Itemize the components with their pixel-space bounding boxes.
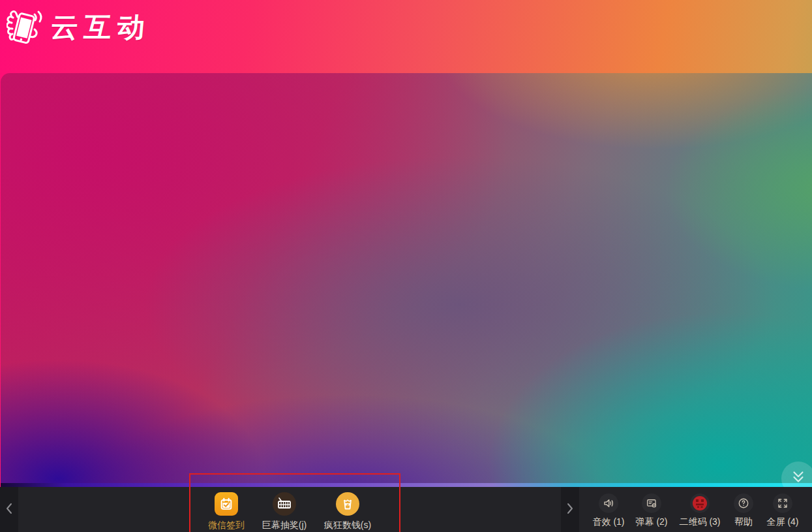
header-band: 云互动 [0, 0, 812, 73]
calendar-check-icon [215, 492, 238, 516]
fullscreen-expand-icon [773, 493, 792, 513]
hand-phone-icon [7, 8, 44, 47]
app-shortcut-label: 微信签到 [208, 520, 245, 531]
brand-title: 云互动 [50, 9, 153, 46]
app-shortcut-crazy-money[interactable]: 疯狂数钱(s) [320, 492, 376, 531]
app-shortcut-label: 巨幕抽奖(j) [262, 520, 307, 531]
danmaku-comment-icon [642, 493, 661, 513]
brand-logo: 云互动 [7, 8, 151, 47]
sound-effects-button[interactable]: 音效 (1) [586, 493, 631, 528]
money-stack-icon [336, 492, 359, 516]
app-shortcut-label: 疯狂数钱(s) [324, 520, 371, 531]
qrcode-button[interactable]: 二维码 (3) [675, 493, 725, 528]
double-chevron-down-icon [790, 469, 807, 488]
prev-page-button[interactable] [0, 487, 18, 532]
danmaku-button[interactable]: 弹幕 (2) [629, 493, 674, 528]
help-question-icon [734, 493, 753, 513]
control-label: 二维码 (3) [680, 516, 721, 528]
bottom-toolbar: 微信签到 巨幕抽奖(j) 疯狂数钱(s) [0, 487, 812, 532]
slide-canvas [1, 73, 812, 487]
control-label: 弹幕 (2) [636, 516, 668, 528]
chevron-right-icon [565, 502, 575, 518]
qrcode-red-icon [690, 493, 710, 513]
fullscreen-button[interactable]: 全屏 (4) [759, 493, 806, 528]
chevron-left-icon [4, 502, 14, 518]
speaker-icon [599, 493, 618, 513]
control-label: 全屏 (4) [767, 516, 799, 528]
app-shortcut-wechat-signin[interactable]: 微信签到 [202, 492, 251, 531]
app-shortcut-screen-lottery[interactable]: 巨幕抽奖(j) [258, 492, 310, 531]
help-button[interactable]: 帮助 [725, 493, 762, 528]
keyboard-icon [273, 492, 296, 516]
next-page-button[interactable] [561, 487, 579, 532]
control-label: 音效 (1) [593, 516, 625, 528]
control-label: 帮助 [734, 516, 753, 528]
